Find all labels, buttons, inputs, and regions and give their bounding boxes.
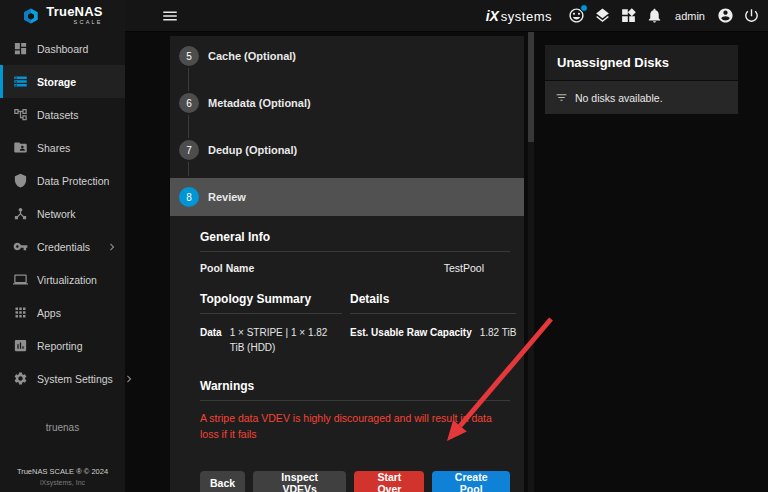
pool-name-label: Pool Name [200, 262, 254, 274]
bell-icon[interactable] [646, 7, 663, 24]
step-label: Review [208, 191, 246, 203]
sidebar-item-credentials[interactable]: Credentials [0, 230, 125, 263]
sidebar-item-data-protection[interactable]: Data Protection [0, 164, 125, 197]
topology-data-row: Data 1 × STRIPE | 1 × 1.82 TiB (HDD) [200, 325, 342, 355]
ixsystems-logo[interactable]: iX systems [486, 8, 552, 24]
sidebar-item-system-settings[interactable]: System Settings [0, 362, 125, 395]
main-content: 5 Cache (Optional) 6 Metadata (Optional)… [125, 32, 536, 492]
sidebar-item-network[interactable]: Network [0, 197, 125, 230]
stripe-warning-text: A stripe data VDEV is highly discouraged… [200, 411, 510, 443]
account-circle-icon[interactable] [717, 7, 734, 24]
sidebar-item-label: Credentials [37, 241, 90, 253]
sidebar-item-label: Data Protection [37, 175, 109, 187]
sidebar-item-label: Virtualization [37, 274, 97, 286]
sidebar-item-virtualization[interactable]: Virtualization [0, 263, 125, 296]
company-label: iXsystems, Inc [0, 479, 125, 486]
pool-creation-wizard: 5 Cache (Optional) 6 Metadata (Optional)… [170, 36, 524, 492]
capacity-row: Est. Usable Raw Capacity 1.82 TiB [350, 325, 516, 340]
step-number-badge: 7 [179, 140, 199, 160]
sidebar-item-dashboard[interactable]: Dashboard [0, 32, 125, 65]
sidebar-item-shares[interactable]: Shares [0, 131, 125, 164]
apps-grid-icon [13, 305, 28, 320]
data-vdev-value: 1 × STRIPE | 1 × 1.82 TiB (HDD) [230, 325, 336, 355]
step-number-badge: 6 [179, 93, 199, 113]
folder-shared-icon [13, 140, 28, 155]
data-vdev-label: Data [200, 325, 222, 355]
sidebar-item-label: Shares [37, 142, 70, 154]
unassigned-disks-body: No disks available. [545, 81, 738, 114]
sidebar-item-label: Datasets [37, 109, 78, 121]
wizard-step-metadata[interactable]: 6 Metadata (Optional) [179, 93, 311, 113]
smiley-status-icon[interactable] [568, 7, 585, 24]
sidebar-item-reporting[interactable]: Reporting [0, 329, 125, 362]
topology-summary-column: Topology Summary Data 1 × STRIPE | 1 × 1… [200, 292, 342, 355]
create-pool-button[interactable]: Create Pool [432, 471, 510, 492]
topbar-icons: admin [568, 7, 760, 24]
key-icon [13, 239, 28, 254]
wizard-step-review[interactable]: 8 Review [170, 178, 524, 216]
pool-name-value: TestPool [444, 262, 484, 274]
warnings-heading: Warnings [200, 379, 510, 401]
hamburger-icon [161, 7, 181, 25]
step-number-badge: 5 [179, 46, 199, 66]
truenas-app: TrueNAS SCALE iX systems [0, 0, 768, 492]
details-heading: Details [350, 292, 516, 314]
truenas-logo-text: TrueNAS SCALE [46, 5, 102, 26]
review-panel: General Info Pool Name TestPool Topology… [170, 216, 524, 492]
gear-icon [13, 371, 28, 386]
bar-chart-icon [13, 338, 28, 353]
sidebar-item-apps[interactable]: Apps [0, 296, 125, 329]
start-over-button[interactable]: Start Over [354, 471, 424, 492]
step-label: Metadata (Optional) [208, 97, 311, 109]
scrollbar-thumb[interactable] [528, 32, 534, 142]
shield-icon [13, 173, 28, 188]
power-icon[interactable] [743, 7, 760, 24]
step-label: Dedup (Optional) [208, 144, 297, 156]
storage-icon [13, 74, 28, 89]
unassigned-disks-title: Unassigned Disks [545, 45, 738, 81]
scrollbar[interactable] [528, 32, 534, 492]
layers-icon[interactable] [594, 7, 611, 24]
truenas-logo[interactable]: TrueNAS SCALE [0, 0, 125, 32]
sidebar-footer: truenas TrueNAS SCALE ® © 2024 iXsystems… [0, 422, 125, 492]
computer-icon [13, 272, 28, 287]
sidebar-item-datasets[interactable]: Datasets [0, 98, 125, 131]
est-capacity-value: 1.82 TiB [480, 325, 517, 340]
topology-summary-heading: Topology Summary [200, 292, 342, 314]
menu-toggle-button[interactable] [161, 6, 181, 26]
sidebar-item-storage[interactable]: Storage [0, 65, 125, 98]
admin-username: admin [675, 10, 705, 22]
general-info-heading: General Info [200, 230, 510, 252]
sidebar-item-label: System Settings [37, 373, 113, 385]
wizard-step-cache[interactable]: 5 Cache (Optional) [179, 46, 296, 66]
ixsystems-logo-systems: systems [501, 9, 552, 24]
pool-name-row: Pool Name TestPool [200, 252, 510, 292]
step-connector [188, 162, 189, 176]
back-button[interactable]: Back [200, 471, 245, 492]
sidebar-item-label: Dashboard [37, 43, 88, 55]
disk-list-icon [555, 91, 568, 104]
sidebar: Dashboard Storage Datasets Shares Data P… [0, 32, 125, 492]
wizard-steps: 5 Cache (Optional) 6 Metadata (Optional)… [170, 36, 524, 216]
dashboard-icon [13, 41, 28, 56]
sidebar-item-label: Storage [37, 76, 76, 88]
wizard-step-dedup[interactable]: 7 Dedup (Optional) [179, 140, 297, 160]
notification-badge [580, 4, 588, 12]
step-number-badge: 8 [179, 187, 199, 207]
step-label: Cache (Optional) [208, 50, 296, 62]
inspect-vdevs-button[interactable]: Inspect VDEVs [253, 471, 346, 492]
step-connector [188, 68, 189, 91]
est-capacity-label: Est. Usable Raw Capacity [350, 325, 472, 340]
summary-columns: Topology Summary Data 1 × STRIPE | 1 × 1… [200, 292, 510, 355]
sidebar-item-label: Reporting [37, 340, 83, 352]
chevron-right-icon [122, 372, 136, 386]
unassigned-disks-panel: Unassigned Disks No disks available. [545, 45, 738, 114]
no-disks-message: No disks available. [575, 92, 663, 104]
network-hub-icon [13, 206, 28, 221]
chevron-right-icon [105, 240, 119, 254]
sidebar-item-label: Network [37, 208, 76, 220]
version-label: TrueNAS SCALE ® © 2024 [0, 467, 125, 476]
details-column: Details Est. Usable Raw Capacity 1.82 Ti… [350, 292, 516, 355]
cubes-icon[interactable] [620, 7, 637, 24]
app-name: TrueNAS [46, 5, 102, 18]
